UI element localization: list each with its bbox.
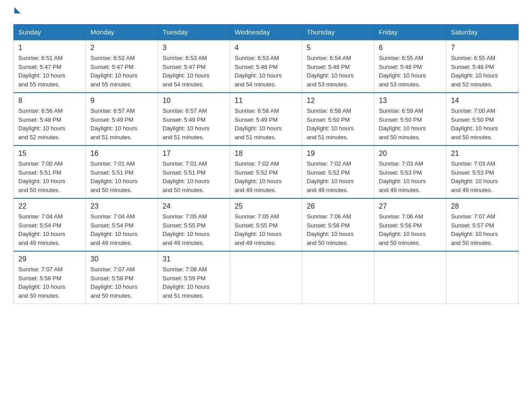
day-info: Sunrise: 7:01 AMSunset: 5:51 PMDaylight:…: [90, 159, 153, 194]
calendar-cell: [374, 251, 446, 304]
day-number: 13: [379, 97, 442, 105]
day-info: Sunrise: 7:06 AMSunset: 5:56 PMDaylight:…: [379, 212, 442, 247]
weekday-header-saturday: Saturday: [446, 25, 519, 40]
calendar-cell: 19 Sunrise: 7:02 AMSunset: 5:52 PMDaylig…: [302, 146, 374, 198]
calendar-cell: 16 Sunrise: 7:01 AMSunset: 5:51 PMDaylig…: [86, 146, 158, 198]
day-info: Sunrise: 7:00 AMSunset: 5:51 PMDaylight:…: [18, 159, 81, 194]
day-info: Sunrise: 6:59 AMSunset: 5:50 PMDaylight:…: [379, 107, 442, 141]
weekday-header-sunday: Sunday: [14, 25, 86, 40]
day-info: Sunrise: 7:07 AMSunset: 5:57 PMDaylight:…: [451, 212, 514, 247]
day-number: 11: [235, 97, 297, 105]
day-number: 9: [90, 97, 153, 105]
day-number: 15: [18, 150, 81, 158]
day-number: 29: [18, 255, 81, 263]
day-number: 10: [163, 97, 225, 105]
day-info: Sunrise: 6:51 AMSunset: 5:47 PMDaylight:…: [18, 54, 81, 89]
day-number: 31: [163, 255, 225, 263]
day-info: Sunrise: 6:54 AMSunset: 5:48 PMDaylight:…: [307, 54, 369, 89]
calendar-cell: 25 Sunrise: 7:05 AMSunset: 5:55 PMDaylig…: [230, 198, 302, 251]
calendar-cell: 27 Sunrise: 7:06 AMSunset: 5:56 PMDaylig…: [374, 198, 446, 251]
calendar-cell: 2 Sunrise: 6:52 AMSunset: 5:47 PMDayligh…: [86, 40, 158, 93]
calendar-week-row: 8 Sunrise: 6:56 AMSunset: 5:48 PMDayligh…: [14, 93, 519, 146]
day-number: 19: [307, 150, 369, 158]
day-number: 7: [451, 44, 514, 52]
calendar-cell: 28 Sunrise: 7:07 AMSunset: 5:57 PMDaylig…: [446, 198, 519, 251]
day-info: Sunrise: 6:57 AMSunset: 5:49 PMDaylight:…: [163, 107, 225, 141]
day-number: 2: [90, 44, 153, 52]
calendar-week-row: 1 Sunrise: 6:51 AMSunset: 5:47 PMDayligh…: [14, 40, 519, 93]
day-info: Sunrise: 7:03 AMSunset: 5:53 PMDaylight:…: [451, 159, 514, 194]
calendar-cell: 13 Sunrise: 6:59 AMSunset: 5:50 PMDaylig…: [374, 93, 446, 146]
calendar-cell: 17 Sunrise: 7:01 AMSunset: 5:51 PMDaylig…: [158, 146, 230, 198]
day-info: Sunrise: 6:58 AMSunset: 5:49 PMDaylight:…: [235, 107, 297, 141]
day-info: Sunrise: 7:01 AMSunset: 5:51 PMDaylight:…: [163, 159, 225, 194]
calendar-cell: 10 Sunrise: 6:57 AMSunset: 5:49 PMDaylig…: [158, 93, 230, 146]
weekday-header-wednesday: Wednesday: [230, 25, 302, 40]
weekday-header-row: SundayMondayTuesdayWednesdayThursdayFrid…: [14, 25, 519, 40]
calendar-table: SundayMondayTuesdayWednesdayThursdayFrid…: [13, 24, 519, 304]
calendar-cell: 18 Sunrise: 7:02 AMSunset: 5:52 PMDaylig…: [230, 146, 302, 198]
calendar-cell: 3 Sunrise: 6:53 AMSunset: 5:47 PMDayligh…: [158, 40, 230, 93]
day-number: 17: [163, 150, 225, 158]
day-number: 1: [18, 44, 81, 52]
day-info: Sunrise: 7:05 AMSunset: 5:55 PMDaylight:…: [163, 212, 225, 247]
calendar-cell: [446, 251, 519, 304]
day-info: Sunrise: 7:04 AMSunset: 5:54 PMDaylight:…: [90, 212, 153, 247]
day-number: 26: [307, 202, 369, 210]
day-info: Sunrise: 6:55 AMSunset: 5:48 PMDaylight:…: [379, 54, 442, 89]
day-number: 6: [379, 44, 442, 52]
day-number: 8: [18, 97, 81, 105]
calendar-cell: 6 Sunrise: 6:55 AMSunset: 5:48 PMDayligh…: [374, 40, 446, 93]
calendar-week-row: 15 Sunrise: 7:00 AMSunset: 5:51 PMDaylig…: [14, 146, 519, 198]
day-info: Sunrise: 6:58 AMSunset: 5:50 PMDaylight:…: [307, 107, 369, 141]
day-info: Sunrise: 7:02 AMSunset: 5:52 PMDaylight:…: [307, 159, 369, 194]
calendar-cell: 23 Sunrise: 7:04 AMSunset: 5:54 PMDaylig…: [86, 198, 158, 251]
calendar-cell: 31 Sunrise: 7:08 AMSunset: 5:59 PMDaylig…: [158, 251, 230, 304]
day-number: 23: [90, 202, 153, 210]
weekday-header-monday: Monday: [86, 25, 158, 40]
day-info: Sunrise: 6:55 AMSunset: 5:48 PMDaylight:…: [451, 54, 514, 89]
day-number: 20: [379, 150, 442, 158]
day-number: 14: [451, 97, 514, 105]
day-number: 30: [90, 255, 153, 263]
calendar-cell: 20 Sunrise: 7:03 AMSunset: 5:53 PMDaylig…: [374, 146, 446, 198]
calendar-cell: 5 Sunrise: 6:54 AMSunset: 5:48 PMDayligh…: [302, 40, 374, 93]
day-number: 3: [163, 44, 225, 52]
weekday-header-thursday: Thursday: [302, 25, 374, 40]
day-info: Sunrise: 7:04 AMSunset: 5:54 PMDaylight:…: [18, 212, 81, 247]
day-number: 4: [235, 44, 297, 52]
day-number: 27: [379, 202, 442, 210]
calendar-cell: 24 Sunrise: 7:05 AMSunset: 5:55 PMDaylig…: [158, 198, 230, 251]
calendar-cell: [302, 251, 374, 304]
calendar-cell: 9 Sunrise: 6:57 AMSunset: 5:49 PMDayligh…: [86, 93, 158, 146]
day-number: 25: [235, 202, 297, 210]
day-number: 18: [235, 150, 297, 158]
day-number: 21: [451, 150, 514, 158]
calendar-cell: 12 Sunrise: 6:58 AMSunset: 5:50 PMDaylig…: [302, 93, 374, 146]
day-number: 5: [307, 44, 369, 52]
day-number: 16: [90, 150, 153, 158]
day-number: 12: [307, 97, 369, 105]
calendar-cell: 14 Sunrise: 7:00 AMSunset: 5:50 PMDaylig…: [446, 93, 519, 146]
calendar-cell: 4 Sunrise: 6:53 AMSunset: 5:48 PMDayligh…: [230, 40, 302, 93]
day-number: 24: [163, 202, 225, 210]
day-info: Sunrise: 6:52 AMSunset: 5:47 PMDaylight:…: [90, 54, 153, 89]
day-info: Sunrise: 7:07 AMSunset: 5:58 PMDaylight:…: [90, 265, 153, 300]
calendar-week-row: 29 Sunrise: 7:07 AMSunset: 5:58 PMDaylig…: [14, 251, 519, 304]
calendar-cell: 30 Sunrise: 7:07 AMSunset: 5:58 PMDaylig…: [86, 251, 158, 304]
calendar-cell: 21 Sunrise: 7:03 AMSunset: 5:53 PMDaylig…: [446, 146, 519, 198]
logo: [13, 9, 21, 15]
day-info: Sunrise: 7:07 AMSunset: 5:58 PMDaylight:…: [18, 265, 81, 300]
calendar-cell: 26 Sunrise: 7:06 AMSunset: 5:56 PMDaylig…: [302, 198, 374, 251]
weekday-header-tuesday: Tuesday: [158, 25, 230, 40]
day-info: Sunrise: 6:53 AMSunset: 5:47 PMDaylight:…: [163, 54, 225, 89]
page-header: [13, 9, 519, 15]
day-info: Sunrise: 7:03 AMSunset: 5:53 PMDaylight:…: [379, 159, 442, 194]
day-number: 28: [451, 202, 514, 210]
day-info: Sunrise: 6:57 AMSunset: 5:49 PMDaylight:…: [90, 107, 153, 141]
day-info: Sunrise: 7:08 AMSunset: 5:59 PMDaylight:…: [163, 265, 225, 300]
day-info: Sunrise: 7:02 AMSunset: 5:52 PMDaylight:…: [235, 159, 297, 194]
day-info: Sunrise: 6:53 AMSunset: 5:48 PMDaylight:…: [235, 54, 297, 89]
calendar-cell: 1 Sunrise: 6:51 AMSunset: 5:47 PMDayligh…: [14, 40, 86, 93]
calendar-cell: 11 Sunrise: 6:58 AMSunset: 5:49 PMDaylig…: [230, 93, 302, 146]
